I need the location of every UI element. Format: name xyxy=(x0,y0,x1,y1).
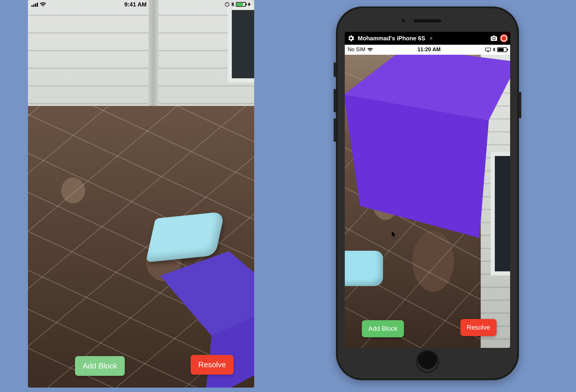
ar-camera-view[interactable]: Add Block Resolve xyxy=(345,55,510,348)
orientation-lock-icon xyxy=(225,2,229,7)
ios-status-bar: No SIM 11:20 AM xyxy=(345,45,510,55)
iphone-device-frame: Mohammad's iPhone 6S × No SIM 11:20 AM xyxy=(336,6,519,380)
carrier-text: No SIM xyxy=(348,46,365,53)
gear-icon[interactable] xyxy=(348,35,354,41)
left-phone-screenshot: 9:41 AM Add Block Resolve xyxy=(28,0,254,388)
mouse-cursor-icon xyxy=(392,231,397,238)
cellular-signal-icon xyxy=(31,2,38,7)
add-block-button[interactable]: Add Block xyxy=(362,320,404,337)
camera-icon[interactable] xyxy=(491,36,497,41)
status-time: 11:20 AM xyxy=(417,46,440,53)
mute-switch xyxy=(334,62,336,77)
dev-device-name: Mohammad's iPhone 6S xyxy=(358,35,425,42)
phone-speaker xyxy=(414,19,441,22)
airplay-icon xyxy=(485,48,491,52)
wifi-icon xyxy=(40,2,46,7)
dev-recording-bar: Mohammad's iPhone 6S × xyxy=(345,32,510,45)
home-button[interactable] xyxy=(416,350,439,373)
record-button[interactable] xyxy=(501,35,507,41)
resolve-button[interactable]: Resolve xyxy=(191,355,234,375)
ar-cube xyxy=(101,138,187,235)
scene-window xyxy=(228,6,254,82)
scene-blue-object xyxy=(345,251,383,286)
battery-icon xyxy=(497,47,507,52)
volume-up-button xyxy=(334,89,336,112)
battery-icon xyxy=(236,2,246,7)
dev-close-button[interactable]: × xyxy=(429,35,433,42)
resolve-button[interactable]: Resolve xyxy=(460,319,497,336)
phone-front-camera xyxy=(401,18,406,23)
status-time: 9:41 AM xyxy=(124,1,147,8)
add-block-button[interactable]: Add Block xyxy=(75,356,125,376)
charging-bolt-icon xyxy=(248,2,251,7)
bluetooth-icon xyxy=(231,2,234,7)
scene-wall xyxy=(28,0,254,118)
ios-status-bar: 9:41 AM xyxy=(28,0,254,9)
phone-screen: Mohammad's iPhone 6S × No SIM 11:20 AM xyxy=(345,32,510,348)
volume-down-button xyxy=(334,118,336,142)
power-button xyxy=(519,92,521,118)
bluetooth-icon xyxy=(493,48,495,52)
wifi-icon xyxy=(367,48,373,52)
ar-cube xyxy=(377,72,501,196)
